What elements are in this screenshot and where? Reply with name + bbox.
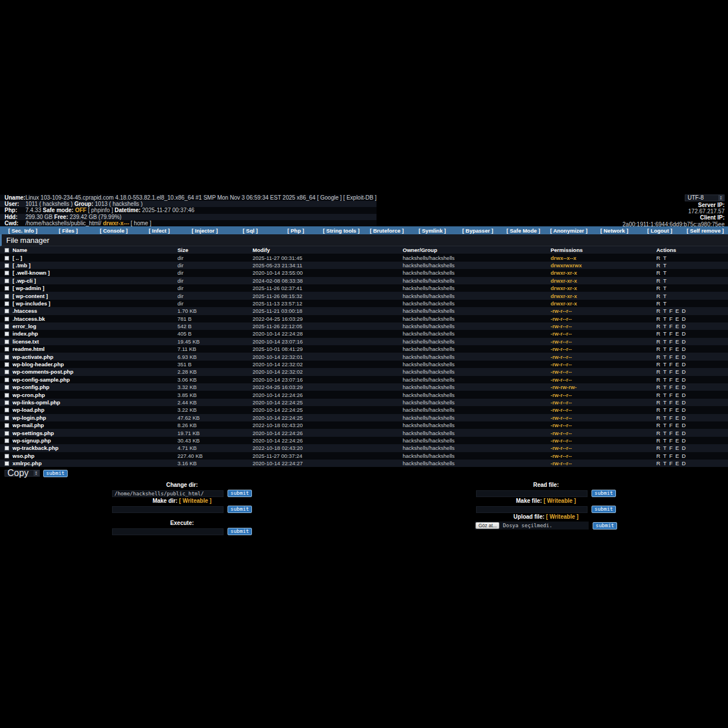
action-t-link[interactable]: T <box>663 293 667 299</box>
permissions-link[interactable]: -rw-r--r-- <box>551 437 572 444</box>
action-e-link[interactable]: E <box>676 422 679 428</box>
permissions-link[interactable]: drwxr-xr-x <box>551 278 577 284</box>
action-t-link[interactable]: T <box>663 354 667 360</box>
change-dir-input[interactable] <box>112 490 224 497</box>
file-link[interactable]: wp-comments-post.php <box>13 369 73 375</box>
nav-item-network[interactable]: [ Network ] <box>592 228 637 234</box>
dir-link[interactable]: [ wp-content ] <box>13 293 48 299</box>
action-f-link[interactable]: F <box>669 369 673 375</box>
action-r-link[interactable]: R <box>656 460 660 466</box>
permissions-link[interactable]: drwx--x--x <box>551 255 576 261</box>
make-file-submit-button[interactable]: submit <box>592 506 616 513</box>
file-link[interactable]: wp-cron.php <box>13 392 45 398</box>
action-f-link[interactable]: F <box>669 422 673 428</box>
action-e-link[interactable]: E <box>676 445 679 451</box>
permissions-link[interactable]: -rw-r--r-- <box>551 415 572 421</box>
action-t-link[interactable]: T <box>663 323 667 329</box>
row-checkbox[interactable] <box>5 408 9 412</box>
row-checkbox[interactable] <box>5 439 9 443</box>
action-f-link[interactable]: F <box>669 377 673 383</box>
permissions-link[interactable]: -rw-r--r-- <box>551 422 572 428</box>
permissions-link[interactable]: -rw-r--r-- <box>551 460 572 466</box>
nav-item-php[interactable]: [ Php ] <box>273 228 318 234</box>
row-checkbox[interactable] <box>5 423 9 428</box>
action-e-link[interactable]: E <box>676 369 679 375</box>
file-link[interactable]: index.php <box>13 330 38 337</box>
charset-select[interactable]: UTF-8 <box>685 195 725 201</box>
action-r-link[interactable]: R <box>656 407 660 413</box>
row-checkbox[interactable] <box>5 393 9 398</box>
google-link[interactable]: [ Google ] <box>317 195 341 201</box>
row-checkbox[interactable] <box>5 309 9 313</box>
action-f-link[interactable]: F <box>669 361 673 367</box>
row-checkbox[interactable] <box>5 385 9 390</box>
row-checkbox[interactable] <box>5 461 9 466</box>
file-link[interactable]: wp-load.php <box>13 407 44 413</box>
row-checkbox[interactable] <box>5 378 9 382</box>
action-e-link[interactable]: E <box>676 407 679 413</box>
nav-item-console[interactable]: [ Console ] <box>91 228 136 234</box>
permissions-link[interactable]: -rw-rw-rw- <box>551 384 577 390</box>
action-d-link[interactable]: D <box>682 369 686 375</box>
row-checkbox[interactable] <box>5 324 9 329</box>
permissions-link[interactable]: -rw-r--r-- <box>551 354 572 360</box>
bulk-action-submit-button[interactable]: submit <box>43 470 68 477</box>
change-dir-submit-button[interactable]: submit <box>228 490 252 497</box>
action-r-link[interactable]: R <box>656 255 660 261</box>
action-t-link[interactable]: T <box>663 460 667 466</box>
permissions-link[interactable]: drwxr-xr-x <box>551 285 577 291</box>
nav-item-logout[interactable]: [ Logout ] <box>637 228 682 234</box>
file-link[interactable]: wp-trackback.php <box>13 445 59 451</box>
permissions-link[interactable]: -rw-r--r-- <box>551 323 572 329</box>
action-r-link[interactable]: R <box>656 308 660 314</box>
action-r-link[interactable]: R <box>656 422 660 428</box>
home-link[interactable]: [ home ] <box>131 220 151 226</box>
file-link[interactable]: wp-mail.php <box>13 422 44 428</box>
action-e-link[interactable]: E <box>676 354 679 360</box>
file-link[interactable]: wp-activate.php <box>13 354 53 360</box>
action-e-link[interactable]: E <box>676 437 679 444</box>
action-r-link[interactable]: R <box>656 354 660 360</box>
action-r-link[interactable]: R <box>656 377 660 383</box>
permissions-link[interactable]: drwxr-xr-x <box>551 300 577 307</box>
action-r-link[interactable]: R <box>656 361 660 367</box>
exploitdb-link[interactable]: [ Exploit-DB ] <box>344 195 377 201</box>
permissions-link[interactable]: drwxr-xr-x <box>551 293 577 299</box>
action-r-link[interactable]: R <box>656 293 660 299</box>
file-link[interactable]: license.txt <box>13 338 39 345</box>
action-f-link[interactable]: F <box>669 323 673 329</box>
row-checkbox[interactable] <box>5 355 9 359</box>
action-e-link[interactable]: E <box>676 399 679 406</box>
action-r-link[interactable]: R <box>656 346 660 352</box>
file-link[interactable]: wp-login.php <box>13 415 46 421</box>
action-r-link[interactable]: R <box>656 285 660 291</box>
action-d-link[interactable]: D <box>682 338 686 345</box>
action-f-link[interactable]: F <box>669 354 673 360</box>
row-checkbox[interactable] <box>5 279 9 283</box>
upload-file-input[interactable]: Göz at... Dosya seçilmedi. <box>475 522 589 530</box>
action-d-link[interactable]: D <box>682 384 686 390</box>
action-t-link[interactable]: T <box>663 316 667 322</box>
row-checkbox[interactable] <box>5 301 9 306</box>
make-dir-submit-button[interactable]: submit <box>228 506 252 513</box>
action-d-link[interactable]: D <box>682 392 686 398</box>
action-t-link[interactable]: T <box>663 377 667 383</box>
action-t-link[interactable]: T <box>663 270 667 276</box>
file-link[interactable]: xmlrpc.php <box>13 460 42 466</box>
permissions-link[interactable]: -rw-r--r-- <box>551 445 572 451</box>
action-f-link[interactable]: F <box>669 308 673 314</box>
permissions-link[interactable]: -rw-r--r-- <box>551 330 572 337</box>
action-t-link[interactable]: T <box>663 361 667 367</box>
file-link[interactable]: wp-links-opml.php <box>13 399 60 406</box>
make-file-input[interactable] <box>476 506 588 513</box>
action-t-link[interactable]: T <box>663 369 667 375</box>
nav-item-selfremove[interactable]: [ Self remove ] <box>682 228 728 234</box>
action-t-link[interactable]: T <box>663 445 667 451</box>
action-r-link[interactable]: R <box>656 323 660 329</box>
permissions-link[interactable]: -rw-r--r-- <box>551 392 572 398</box>
action-r-link[interactable]: R <box>656 262 660 268</box>
permissions-link[interactable]: -rw-r--r-- <box>551 377 572 383</box>
file-link[interactable]: .htaccess <box>13 308 37 314</box>
row-checkbox[interactable] <box>5 347 9 351</box>
nav-item-symlink[interactable]: [ Symlink ] <box>410 228 455 234</box>
